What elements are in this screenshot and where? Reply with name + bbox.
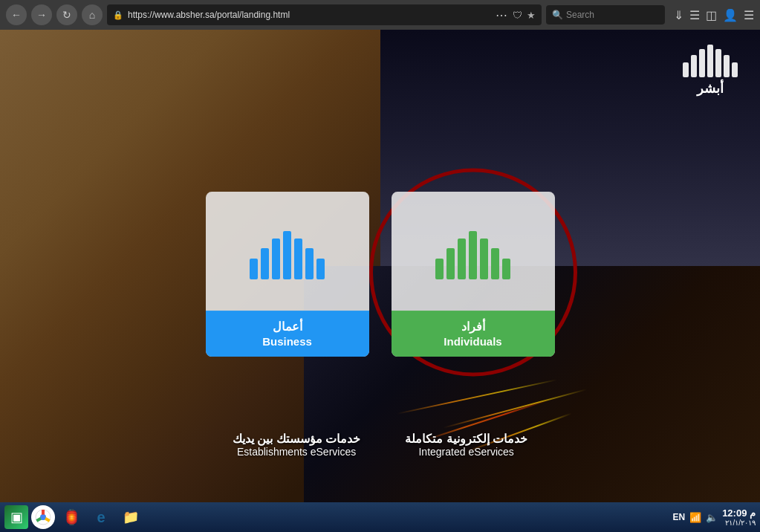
individuals-label-en: Individuals <box>400 335 546 348</box>
forward-button[interactable]: → <box>31 4 52 25</box>
search-bar[interactable]: 🔍 Search <box>546 5 665 25</box>
profile-icon[interactable]: 👤 <box>723 8 738 22</box>
taskbar-firefox[interactable]: 🏮 <box>58 505 85 529</box>
individuals-bottom-ar: خدمات إلكترونية متكاملة <box>405 432 527 446</box>
cards-container: أعمال Business أفراد Individuals <box>206 192 555 357</box>
individuals-absher-icon <box>435 231 510 279</box>
g-bar-2 <box>446 248 455 279</box>
more-button[interactable]: ⋯ <box>496 8 508 22</box>
logo-bar-1 <box>683 62 689 77</box>
individuals-bottom-text[interactable]: خدمات إلكترونية متكاملة Integrated eServ… <box>405 432 527 458</box>
logo-bar-5 <box>715 49 721 77</box>
business-label-ar: أعمال <box>215 319 360 334</box>
logo-text: أبشر <box>697 80 724 97</box>
bottom-text-container: خدمات مؤسستك بين يديك Establishments eSe… <box>233 432 527 458</box>
b-bar-7 <box>316 259 325 279</box>
back-button[interactable]: ← <box>6 4 27 25</box>
refresh-button[interactable]: ↻ <box>56 4 77 25</box>
search-placeholder: Search <box>566 10 594 20</box>
search-icon: 🔍 <box>552 10 563 20</box>
business-label-en: Business <box>215 335 360 348</box>
individuals-label-ar: أفراد <box>400 319 546 334</box>
logo-bars <box>683 45 738 77</box>
business-bottom-en: Establishments eServices <box>233 446 360 458</box>
menu-icon[interactable]: ☰ <box>744 8 754 22</box>
g-bar-1 <box>435 259 444 279</box>
sidebar-icon[interactable]: ◫ <box>706 8 717 22</box>
b-bar-1 <box>250 259 258 279</box>
light-trail-4 <box>397 379 557 415</box>
absher-logo: أبشر <box>683 45 738 97</box>
light-trail-1 <box>443 389 587 429</box>
taskbar-chrome[interactable] <box>31 505 55 529</box>
url-text: https://www.absher.sa/portal/landing.htm… <box>128 10 491 20</box>
business-card-body <box>206 192 369 311</box>
bookmark-icon[interactable]: ★ <box>527 10 536 21</box>
business-bottom-text[interactable]: خدمات مؤسستك بين يديك Establishments eSe… <box>233 432 360 458</box>
chrome-icon <box>35 509 51 525</box>
address-bar[interactable]: 🔒 https://www.absher.sa/portal/landing.h… <box>107 4 542 25</box>
b-bar-4 <box>283 231 291 279</box>
taskbar-network-icon: 📶 <box>689 512 701 523</box>
g-bar-7 <box>502 259 510 279</box>
g-bar-6 <box>491 248 499 279</box>
main-content: أبشر أعمال Business <box>0 30 760 502</box>
toolbar-icons: ⇓ ☰ ◫ 👤 ☰ <box>674 8 754 22</box>
b-bar-5 <box>294 239 302 279</box>
taskbar-language[interactable]: EN <box>672 512 685 522</box>
logo-bar-7 <box>732 62 738 77</box>
g-bar-4 <box>469 231 477 279</box>
download-icon[interactable]: ⇓ <box>674 8 683 22</box>
business-bottom-ar: خدمات مؤسستك بين يديك <box>233 432 360 446</box>
b-bar-2 <box>261 248 269 279</box>
taskbar-time: 12:09 م ٢١/١/٢٠١٩ <box>722 507 756 527</box>
g-bar-5 <box>480 239 488 279</box>
taskbar-clock: 12:09 م <box>722 507 756 519</box>
b-bar-6 <box>305 248 314 279</box>
bookmarks-icon[interactable]: ☰ <box>689 8 700 22</box>
business-card-footer[interactable]: أعمال Business <box>206 311 369 357</box>
b-bar-3 <box>272 239 280 279</box>
taskbar-speaker-icon: 🔈 <box>706 512 718 523</box>
logo-container: أبشر <box>683 45 738 97</box>
shield-icon[interactable]: 🛡 <box>513 10 522 21</box>
individuals-card-body <box>392 192 555 311</box>
g-bar-3 <box>458 239 466 279</box>
home-button[interactable]: ⌂ <box>82 4 103 25</box>
logo-bar-3 <box>699 49 705 77</box>
taskbar: ▣ 🏮 e 📁 EN 📶 🔈 12:09 م ٢١/١/٢٠١٩ <box>0 502 760 532</box>
logo-bar-6 <box>724 55 730 77</box>
taskbar-date: ٢١/١/٢٠١٩ <box>722 519 756 527</box>
start-button[interactable]: ▣ <box>4 505 28 529</box>
taskbar-ie[interactable]: e <box>88 505 114 529</box>
individuals-bottom-en: Integrated eServices <box>405 446 527 458</box>
lock-icon: 🔒 <box>113 10 123 20</box>
taskbar-right: EN 📶 🔈 12:09 م ٢١/١/٢٠١٩ <box>672 507 756 527</box>
individuals-card-footer[interactable]: أفراد Individuals <box>392 311 555 357</box>
logo-bar-2 <box>691 55 697 77</box>
browser-chrome: ← → ↻ ⌂ 🔒 https://www.absher.sa/portal/l… <box>0 0 760 30</box>
business-absher-icon <box>250 231 325 279</box>
individuals-card[interactable]: أفراد Individuals <box>392 192 555 357</box>
svg-point-2 <box>41 515 46 520</box>
logo-bar-4 <box>707 45 713 77</box>
business-card[interactable]: أعمال Business <box>206 192 369 357</box>
taskbar-explorer[interactable]: 📁 <box>117 505 144 529</box>
